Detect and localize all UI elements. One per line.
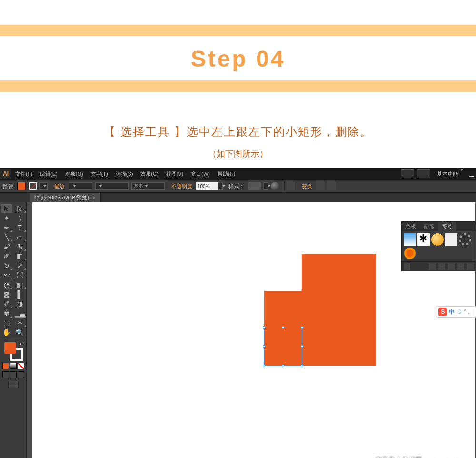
symbol-sprayer-tool[interactable]: ✾	[1, 309, 12, 318]
symbol-item[interactable]	[404, 247, 416, 259]
eyedropper-tool[interactable]: ✐	[1, 299, 12, 308]
symbol-libraries-icon[interactable]	[404, 263, 410, 270]
direct-selection-tool[interactable]	[14, 204, 26, 213]
screen-mode-button[interactable]	[8, 381, 19, 388]
color-mode-solid[interactable]	[2, 363, 9, 369]
instruction-main: 【 选择工具 】选中左上跟左下的小矩形，删除。	[0, 124, 476, 139]
brush-definition[interactable]: 基本	[131, 182, 165, 190]
document-tab-row: 1* @ 300% (RGB/预览) ×	[0, 193, 476, 202]
draw-behind-icon[interactable]	[10, 371, 17, 378]
menu-edit[interactable]: 编辑(E)	[36, 170, 61, 178]
blend-tool[interactable]: ◑	[14, 299, 26, 308]
menu-view[interactable]: 视图(V)	[162, 170, 188, 178]
stroke-color-swatch[interactable]	[29, 182, 37, 190]
symbol-item[interactable]	[404, 233, 416, 246]
tool-separator	[2, 339, 25, 339]
symbol-item[interactable]	[445, 233, 457, 246]
menu-effect[interactable]: 效果(C)	[137, 170, 162, 178]
draw-mode-row	[2, 371, 24, 378]
panel-tab-swatches[interactable]: 色板	[402, 222, 420, 231]
line-tool[interactable]: ╲	[1, 233, 12, 241]
opacity-dropdown[interactable]	[218, 182, 223, 190]
menu-window[interactable]: 窗口(W)	[187, 170, 214, 178]
document-tab[interactable]: 1* @ 300% (RGB/预览) ×	[30, 193, 101, 202]
fill-color-swatch[interactable]	[17, 182, 26, 190]
selected-rect[interactable]	[264, 328, 302, 366]
symbols-grid	[402, 231, 476, 261]
symbol-options-icon[interactable]	[448, 263, 455, 270]
chevron-down-icon	[460, 169, 464, 177]
fill-proxy[interactable]	[4, 342, 16, 354]
pencil-tool[interactable]: ✎	[14, 242, 26, 251]
menu-type[interactable]: 文字(T)	[87, 170, 112, 178]
instruction-sub: （如下图所示）	[0, 148, 476, 159]
symbol-item[interactable]	[431, 233, 444, 246]
selection-tool[interactable]	[1, 204, 12, 213]
mesh-tool[interactable]: ▩	[1, 290, 12, 299]
symbol-item[interactable]	[417, 233, 430, 246]
color-mode-row	[2, 363, 24, 369]
free-transform-tool[interactable]: ⛶	[14, 271, 26, 279]
fill-stroke-control[interactable]: ⇄	[4, 342, 23, 361]
delete-symbol-icon[interactable]	[467, 263, 474, 270]
eraser-tool[interactable]: ◧	[14, 252, 26, 260]
ime-indicator[interactable]: S 中 ☽ °，	[436, 306, 476, 318]
titlebar-layout1-icon[interactable]	[401, 169, 414, 178]
rotate-tool[interactable]: ↻	[1, 261, 12, 270]
menu-select[interactable]: 选择(S)	[112, 170, 137, 178]
gradient-tool[interactable]: ▌	[14, 290, 26, 299]
magic-wand-tool[interactable]: ✦	[1, 214, 12, 222]
header-band-top	[0, 25, 476, 36]
blob-brush-tool[interactable]: ✐	[1, 252, 12, 260]
workspace-switcher[interactable]: 基本功能	[433, 170, 467, 178]
perspective-grid-tool[interactable]: ▦	[14, 280, 26, 289]
transform-link[interactable]: 变换	[302, 183, 312, 190]
recolor-icon[interactable]	[271, 182, 279, 190]
draw-normal-icon[interactable]	[2, 371, 9, 378]
paintbrush-tool[interactable]: 🖌	[1, 242, 12, 251]
align-icon[interactable]	[287, 182, 295, 190]
symbol-item[interactable]	[459, 233, 471, 246]
shape-builder-tool[interactable]: ◔	[1, 280, 12, 289]
menu-object[interactable]: 对象(O)	[61, 170, 87, 178]
document-tab-label: 1* @ 300% (RGB/预览)	[34, 194, 89, 201]
watermark-site: 教程网	[402, 456, 422, 458]
place-symbol-icon[interactable]	[429, 263, 436, 270]
menu-file[interactable]: 文件(F)	[11, 170, 36, 178]
close-tab-icon[interactable]: ×	[93, 195, 96, 200]
break-link-icon[interactable]	[438, 263, 445, 270]
extra-option-icon[interactable]	[327, 182, 336, 190]
titlebar-layout2-icon[interactable]	[417, 169, 430, 178]
minimize-button[interactable]	[467, 169, 476, 178]
slice-tool[interactable]: ✂	[14, 319, 26, 327]
scale-tool[interactable]: ⤢	[14, 261, 26, 270]
column-graph-tool[interactable]: ▁▃	[14, 309, 26, 318]
ime-logo-icon: S	[438, 308, 447, 316]
shape-right-rect[interactable]	[302, 254, 376, 366]
opacity-field[interactable]: 100%	[196, 182, 218, 190]
opacity-link[interactable]: 不透明度	[171, 183, 192, 190]
type-tool[interactable]: T	[14, 223, 26, 232]
hand-tool[interactable]: ✋	[1, 328, 12, 337]
rectangle-tool[interactable]: ▭	[14, 233, 26, 241]
graphic-style-swatch[interactable]	[248, 182, 261, 190]
stroke-dropdown[interactable]	[39, 182, 48, 190]
swap-fill-stroke-icon[interactable]: ⇄	[20, 341, 24, 346]
width-tool[interactable]: 〰	[1, 271, 12, 279]
isolate-icon[interactable]	[316, 182, 325, 190]
menu-help[interactable]: 帮助(H)	[214, 170, 239, 178]
lasso-tool[interactable]: ⟆	[14, 214, 26, 222]
pen-tool[interactable]: ✒	[1, 223, 12, 232]
panel-tab-symbols[interactable]: 符号	[438, 222, 456, 231]
draw-inside-icon[interactable]	[18, 371, 24, 378]
stroke-weight-field[interactable]	[69, 182, 92, 190]
style-dropdown[interactable]	[263, 182, 268, 190]
zoom-tool[interactable]: 🔍	[14, 328, 26, 337]
new-symbol-icon[interactable]	[457, 263, 464, 270]
variable-width-profile[interactable]	[95, 182, 129, 190]
panel-tab-brushes[interactable]: 画笔	[420, 222, 438, 231]
stroke-link[interactable]: 描边	[54, 183, 65, 190]
color-mode-none[interactable]	[18, 363, 24, 369]
artboard-tool[interactable]: ▢	[1, 319, 12, 327]
color-mode-gradient[interactable]	[10, 363, 17, 369]
